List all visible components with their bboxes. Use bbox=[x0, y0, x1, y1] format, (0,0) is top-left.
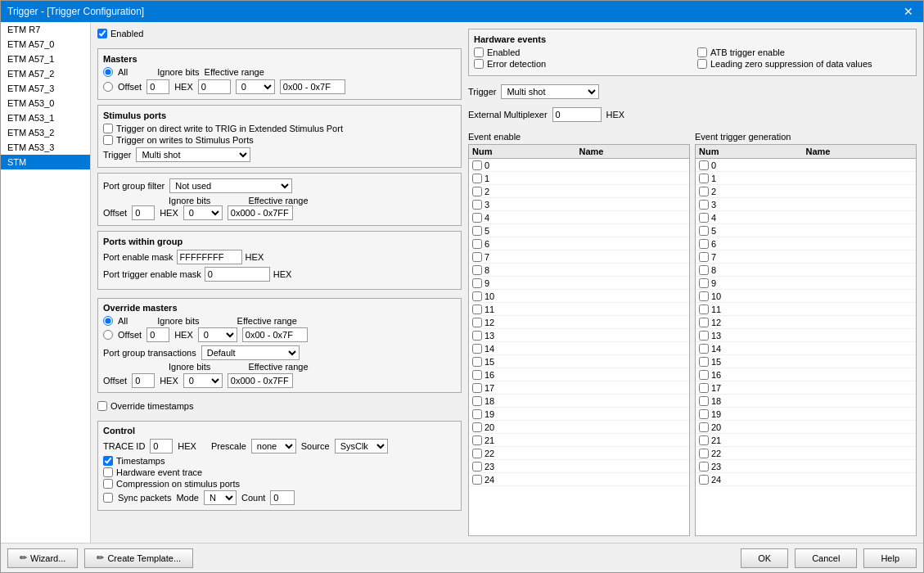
stimulus-trigger-select[interactable]: Multi shot Single shot Disabled bbox=[136, 147, 250, 162]
event-enable-cb-13[interactable] bbox=[472, 331, 482, 341]
event-enable-cb-14[interactable] bbox=[472, 344, 482, 354]
event-trigger-cb-13[interactable] bbox=[699, 331, 709, 341]
control-sync-cb[interactable] bbox=[103, 493, 113, 503]
pgf-offset-input[interactable] bbox=[132, 205, 155, 220]
control-mode-select[interactable]: N Y bbox=[204, 490, 237, 505]
event-enable-cb-3[interactable] bbox=[472, 200, 482, 210]
control-count-input[interactable] bbox=[270, 490, 295, 505]
sidebar-item[interactable]: ETM A57_3 bbox=[1, 81, 90, 96]
event-enable-cb-9[interactable] bbox=[472, 278, 482, 288]
port-group-filter-select[interactable]: Not used All Custom bbox=[169, 178, 292, 193]
sidebar-item[interactable]: STM bbox=[1, 155, 90, 169]
enabled-checkbox[interactable] bbox=[97, 29, 107, 38]
event-enable-cb-15[interactable] bbox=[472, 357, 482, 367]
om-offset2-input[interactable] bbox=[132, 373, 155, 388]
masters-ignore-input[interactable] bbox=[198, 79, 231, 94]
masters-effective-input[interactable] bbox=[280, 79, 345, 94]
event-enable-cb-8[interactable] bbox=[472, 265, 482, 275]
om-effective2-input[interactable] bbox=[228, 373, 293, 388]
pwg-trigger-mask-input[interactable] bbox=[205, 267, 270, 282]
sidebar-item[interactable]: ETM A53_1 bbox=[1, 111, 90, 125]
event-enable-cb-10[interactable] bbox=[472, 291, 482, 301]
event-trigger-cb-1[interactable] bbox=[699, 174, 709, 183]
event-enable-cb-2[interactable] bbox=[472, 187, 482, 196]
hw-atb-cb[interactable] bbox=[697, 47, 707, 57]
event-enable-cb-16[interactable] bbox=[472, 370, 482, 380]
wizard-button[interactable]: ✏ Wizard... bbox=[7, 548, 78, 568]
event-trigger-cb-0[interactable] bbox=[699, 160, 709, 170]
event-enable-cb-12[interactable] bbox=[472, 318, 482, 327]
om-ignore2-select[interactable]: 0 bbox=[183, 373, 223, 388]
event-enable-cb-22[interactable] bbox=[472, 449, 482, 458]
event-enable-cb-20[interactable] bbox=[472, 422, 482, 432]
om-ignore-select[interactable]: 0 bbox=[198, 327, 237, 342]
event-trigger-cb-16[interactable] bbox=[699, 370, 709, 380]
event-enable-cb-1[interactable] bbox=[472, 174, 482, 183]
masters-offset-input[interactable] bbox=[146, 79, 169, 94]
pwg-enable-mask-input[interactable] bbox=[177, 250, 242, 264]
masters-offset-radio[interactable] bbox=[103, 82, 113, 92]
control-timestamps-cb[interactable] bbox=[103, 456, 113, 466]
trigger-select[interactable]: Multi shot Single shot Disabled bbox=[501, 84, 599, 99]
cancel-button[interactable]: Cancel bbox=[795, 548, 857, 568]
event-enable-cb-24[interactable] bbox=[472, 475, 482, 485]
control-prescale-select[interactable]: none div2 div4 bbox=[251, 439, 296, 453]
control-hw-event-cb[interactable] bbox=[103, 467, 113, 477]
event-trigger-cb-23[interactable] bbox=[699, 462, 709, 471]
event-trigger-cb-22[interactable] bbox=[699, 449, 709, 458]
event-enable-cb-19[interactable] bbox=[472, 409, 482, 419]
om-pgt-select[interactable]: Default Custom bbox=[201, 345, 300, 360]
control-compression-cb[interactable] bbox=[103, 479, 113, 489]
event-enable-body[interactable]: 0123456789101112131415161718192021222324 bbox=[469, 159, 689, 535]
event-trigger-cb-24[interactable] bbox=[699, 475, 709, 485]
om-offset-input[interactable] bbox=[146, 327, 169, 342]
event-trigger-cb-18[interactable] bbox=[699, 396, 709, 406]
sidebar-item[interactable]: ETM A57_2 bbox=[1, 66, 90, 81]
hw-leading-cb[interactable] bbox=[697, 59, 707, 69]
event-enable-cb-5[interactable] bbox=[472, 226, 482, 236]
sidebar-item[interactable]: ETM A57_0 bbox=[1, 37, 90, 52]
override-timestamps-cb[interactable] bbox=[97, 401, 107, 411]
event-trigger-cb-14[interactable] bbox=[699, 344, 709, 354]
masters-all-radio[interactable] bbox=[103, 67, 113, 77]
sidebar-item[interactable]: ETM A53_3 bbox=[1, 140, 90, 155]
help-button[interactable]: Help bbox=[863, 548, 917, 568]
event-enable-cb-7[interactable] bbox=[472, 252, 482, 262]
event-enable-cb-11[interactable] bbox=[472, 305, 482, 314]
om-all-radio[interactable] bbox=[103, 316, 113, 326]
event-trigger-cb-10[interactable] bbox=[699, 291, 709, 301]
pgf-ignore-select[interactable]: 0 bbox=[183, 205, 223, 220]
control-source-select[interactable]: SysClk CoreClk bbox=[335, 439, 388, 453]
stimulus-cb1[interactable] bbox=[103, 124, 113, 133]
event-trigger-cb-21[interactable] bbox=[699, 435, 709, 445]
event-trigger-cb-8[interactable] bbox=[699, 265, 709, 275]
sidebar-item[interactable]: ETM A53_0 bbox=[1, 96, 90, 111]
event-trigger-cb-19[interactable] bbox=[699, 409, 709, 419]
event-enable-cb-17[interactable] bbox=[472, 383, 482, 393]
om-offset-radio[interactable] bbox=[103, 330, 113, 340]
event-trigger-cb-6[interactable] bbox=[699, 239, 709, 249]
control-trace-input[interactable] bbox=[150, 439, 173, 453]
event-trigger-cb-17[interactable] bbox=[699, 383, 709, 393]
event-trigger-cb-3[interactable] bbox=[699, 200, 709, 210]
pgf-effective-input[interactable] bbox=[228, 205, 293, 220]
event-enable-cb-6[interactable] bbox=[472, 239, 482, 249]
event-enable-cb-4[interactable] bbox=[472, 213, 482, 223]
hw-error-cb[interactable] bbox=[474, 59, 484, 69]
event-trigger-cb-5[interactable] bbox=[699, 226, 709, 236]
masters-ignore-select[interactable]: 0 bbox=[236, 79, 275, 94]
sidebar-item[interactable]: ETM R7 bbox=[1, 22, 90, 37]
event-enable-cb-0[interactable] bbox=[472, 160, 482, 170]
om-effective-input[interactable] bbox=[242, 327, 308, 342]
event-trigger-cb-7[interactable] bbox=[699, 252, 709, 262]
ok-button[interactable]: OK bbox=[741, 548, 788, 568]
event-enable-cb-23[interactable] bbox=[472, 462, 482, 471]
sidebar-item[interactable]: ETM A57_1 bbox=[1, 52, 90, 66]
event-trigger-cb-9[interactable] bbox=[699, 278, 709, 288]
sidebar-item[interactable]: ETM A53_2 bbox=[1, 125, 90, 140]
create-template-button[interactable]: ✏ Create Template... bbox=[84, 548, 193, 568]
event-trigger-cb-12[interactable] bbox=[699, 318, 709, 327]
stimulus-cb2[interactable] bbox=[103, 135, 113, 145]
event-trigger-cb-15[interactable] bbox=[699, 357, 709, 367]
close-button[interactable]: ✕ bbox=[900, 5, 917, 18]
